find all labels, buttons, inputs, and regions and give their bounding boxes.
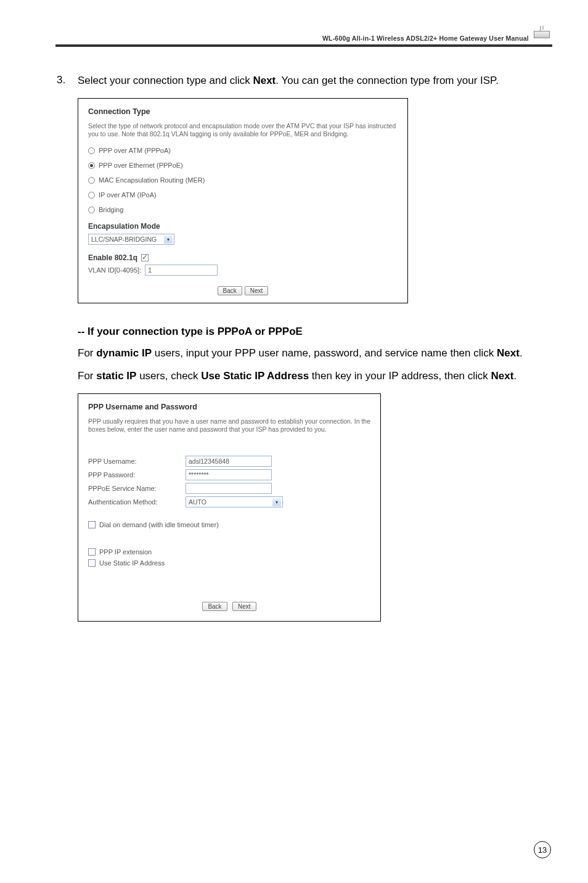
radio-icon: [88, 207, 95, 213]
step-text: Select your connection type and click Ne…: [78, 74, 499, 88]
staticip-label: Use Static IP Address: [99, 559, 165, 567]
dial-label: Dial on demand (with idle timeout timer): [99, 521, 219, 528]
next-button[interactable]: Next: [245, 286, 269, 295]
vlan-input[interactable]: 1: [145, 265, 218, 276]
p1-d: Next: [497, 347, 520, 359]
step-number: 3.: [57, 74, 78, 88]
ppp-service-label: PPPoE Service Name:: [88, 485, 186, 492]
ppp-password-row: PPP Password: ********: [88, 469, 370, 480]
p2-a: For: [78, 370, 96, 382]
radio-icon: [88, 147, 95, 154]
dial-checkbox[interactable]: [88, 521, 96, 528]
enable-8021q-checkbox[interactable]: [141, 254, 149, 261]
step-text-a: Select your connection type and click: [78, 75, 253, 86]
p2-d: Use Static IP Address: [201, 370, 309, 382]
radio-ipoa[interactable]: IP over ATM (IPoA): [88, 191, 398, 199]
manual-header-text: WL-600g All-in-1 Wireless ADSL2/2+ Home …: [322, 35, 529, 42]
vlan-label: VLAN ID[0-4095]:: [88, 266, 141, 274]
page-footer: 13: [534, 841, 551, 858]
ppp-auth-value: AUTO: [189, 498, 206, 506]
ppp-heading: PPP Username and Password: [88, 403, 370, 411]
step-text-b: . You can get the connection type from y…: [276, 75, 499, 86]
radio-label: PPP over ATM (PPPoA): [99, 147, 171, 154]
ppp-auth-select[interactable]: AUTO ▾: [186, 496, 283, 507]
encapsulation-select[interactable]: LLC/SNAP-BRIDGING ▾: [88, 234, 174, 245]
p2-e: then key in your IP address, then click: [309, 370, 491, 382]
radio-label: Bridging: [99, 206, 123, 213]
ppp-ip-ext-row[interactable]: PPP IP extension: [88, 548, 370, 556]
pppip-checkbox[interactable]: [88, 548, 96, 556]
ppp-buttons: Back Next: [88, 600, 370, 611]
p2-c: users, check: [136, 370, 201, 382]
subsection-heading: -- If your connection type is PPPoA or P…: [78, 326, 541, 338]
ppp-intro: PPP usually requires that you have a use…: [88, 417, 370, 433]
encapsulation-label: Encapsulation Mode: [88, 222, 398, 231]
p1-b: dynamic IP: [96, 347, 152, 359]
radio-label: IP over ATM (IPoA): [99, 191, 157, 199]
radio-mer[interactable]: MAC Encapsulation Routing (MER): [88, 176, 398, 184]
dial-on-demand-row[interactable]: Dial on demand (with idle timeout timer): [88, 521, 370, 528]
screenshot-1-wrap: Connection Type Select the type of netwo…: [78, 98, 541, 303]
pppip-label: PPP IP extension: [99, 548, 152, 556]
ppp-credentials-dialog: PPP Username and Password PPP usually re…: [78, 393, 381, 622]
page-content: 3. Select your connection type and click…: [57, 74, 541, 622]
encapsulation-value: LLC/SNAP-BRIDGING: [91, 236, 157, 243]
ppp-password-label: PPP Password:: [88, 471, 186, 478]
manual-header: WL-600g All-in-1 Wireless ADSL2/2+ Home …: [55, 35, 552, 48]
staticip-checkbox[interactable]: [88, 559, 96, 567]
ppp-username-input[interactable]: adsl12345848: [186, 456, 272, 467]
step-3: 3. Select your connection type and click…: [57, 74, 541, 88]
ppp-password-input[interactable]: ********: [186, 469, 272, 480]
chevron-down-icon: ▾: [272, 498, 281, 506]
radio-pppoe[interactable]: PPP over Ethernet (PPPoE): [88, 162, 398, 169]
ppp-username-value: adsl12345848: [189, 458, 229, 465]
radio-icon: [88, 177, 95, 184]
ppp-service-row: PPPoE Service Name:: [88, 483, 370, 494]
back-button[interactable]: Back: [202, 602, 227, 611]
connection-type-dialog: Connection Type Select the type of netwo…: [78, 98, 408, 303]
page-number-badge: 13: [534, 841, 551, 858]
p2-b: static IP: [96, 370, 136, 382]
ppp-service-input[interactable]: [186, 483, 272, 494]
p1-a: For: [78, 347, 96, 359]
page-number: 13: [538, 845, 547, 855]
static-ip-para: For static IP users, check Use Static IP…: [78, 369, 541, 384]
radio-bridging[interactable]: Bridging: [88, 206, 398, 213]
p1-c: users, input your PPP user name, passwor…: [152, 347, 497, 359]
radio-pppoa[interactable]: PPP over ATM (PPPoA): [88, 147, 398, 154]
ppp-auth-label: Authentication Method:: [88, 498, 186, 506]
screenshot-2-wrap: PPP Username and Password PPP usually re…: [78, 393, 541, 622]
radio-icon: [88, 192, 95, 199]
enable-8021q-label: Enable 802.1q: [88, 253, 137, 262]
back-button[interactable]: Back: [218, 286, 242, 295]
step-text-bold: Next: [253, 75, 276, 86]
vlan-value: 1: [148, 266, 152, 274]
conn-type-heading: Connection Type: [88, 107, 398, 116]
ppp-password-value: ********: [189, 471, 209, 478]
conn-type-intro: Select the type of network protocol and …: [88, 122, 398, 138]
router-icon: [534, 26, 552, 42]
vlan-row: VLAN ID[0-4095]: 1: [88, 265, 398, 276]
ppp-username-label: PPP Username:: [88, 458, 186, 465]
p2-f: Next: [491, 370, 514, 382]
ppp-auth-row: Authentication Method: AUTO ▾: [88, 496, 370, 507]
dynamic-ip-para: For dynamic IP users, input your PPP use…: [78, 347, 541, 361]
use-static-ip-row[interactable]: Use Static IP Address: [88, 559, 370, 567]
p1-e: .: [520, 347, 523, 359]
radio-icon: [88, 162, 95, 169]
p2-g: .: [513, 370, 517, 382]
conn-type-buttons: BackNext: [88, 284, 398, 295]
enable-8021q-row: Enable 802.1q: [88, 253, 398, 262]
radio-label: MAC Encapsulation Routing (MER): [99, 176, 205, 184]
chevron-down-icon: ▾: [164, 236, 173, 244]
radio-label: PPP over Ethernet (PPPoE): [99, 162, 183, 169]
ppp-username-row: PPP Username: adsl12345848: [88, 456, 370, 467]
next-button[interactable]: Next: [232, 602, 256, 611]
